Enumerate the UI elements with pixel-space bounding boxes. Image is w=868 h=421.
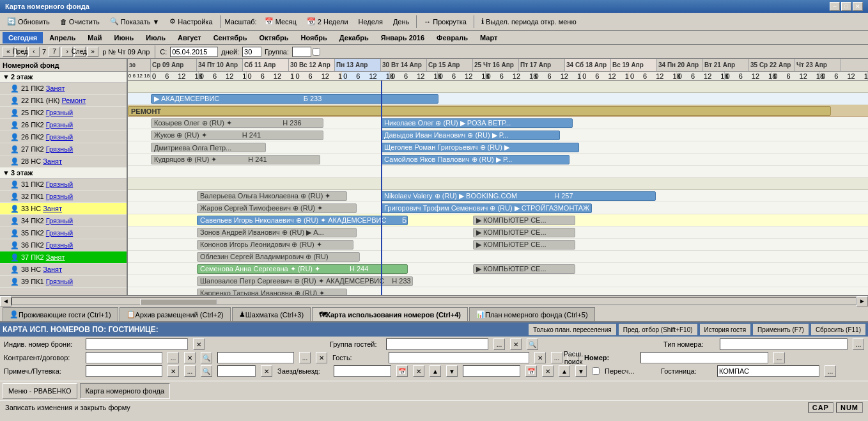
note-input[interactable] <box>86 365 162 377</box>
scroll-left-button[interactable]: ◄ <box>0 296 12 306</box>
booking-25-davydov[interactable]: Давыдов Иван Иванович ⊕ (RU) ▶ Р... <box>381 131 560 140</box>
day-scale-button[interactable]: День <box>389 15 414 29</box>
room-26a[interactable]: 👤 26 ПК2 Грязный <box>0 119 127 131</box>
guest-dots[interactable]: ... <box>551 352 562 363</box>
may-button[interactable]: Май <box>82 32 107 44</box>
april-button[interactable]: Апрель <box>43 32 81 44</box>
booking-repair[interactable]: РЕМОНТ <box>128 106 831 116</box>
scroll-right-button[interactable]: ► <box>856 296 868 306</box>
clear-button[interactable]: 🗑 Очистить <box>56 15 104 29</box>
checkin-dn[interactable]: ▼ <box>446 365 458 377</box>
tab-room-map[interactable]: 🗺 Карта использования номеров (Ctrl+4) <box>312 307 468 321</box>
tab-archive[interactable]: 📋 Архив размещений (Ctrl+2) <box>120 307 231 321</box>
apply-button[interactable]: Применить (F7) <box>753 324 809 335</box>
september-button[interactable]: Сентябрь <box>208 32 253 44</box>
june-button[interactable]: Июнь <box>109 32 140 44</box>
room-type-input[interactable] <box>720 338 848 350</box>
booking-26-schegolov[interactable]: Щеголев Роман Григорьевич ⊕ (RU) ▶ <box>381 143 579 152</box>
booking-27-kudryatscov[interactable]: Кудряцов ⊕ (RU) ✦ Н 241 <box>151 155 320 164</box>
hotel-dots[interactable]: ... <box>825 365 836 377</box>
reset-button[interactable]: Сбросить (F11) <box>811 324 865 335</box>
room-34[interactable]: 👤 34 ПК2 Грязный <box>0 215 127 227</box>
prev-sel-button[interactable]: Пред. отбор (Shift+F10) <box>619 324 697 335</box>
february-button[interactable]: Февраль <box>431 32 474 44</box>
room-26b[interactable]: 👤 26 ПК2 Грязный <box>0 131 127 143</box>
booking-33-savelyev[interactable]: Савельев Игорь Николаевич ⊕ (RU) ✦ АКАДЕ… <box>197 216 408 225</box>
booking-25-zhukov[interactable]: Жуков ⊕ (RU) ✦ Н 241 <box>151 131 323 140</box>
room-type-dots[interactable]: ... <box>853 338 864 350</box>
november-button[interactable]: Ноябрь <box>295 32 333 44</box>
booking-37-semenova[interactable]: Семенова Анна Сергеевна ✦ (RU) ✦ Н 244 <box>197 264 408 274</box>
group-guests-input[interactable] <box>386 338 488 350</box>
booking-39-karpenko[interactable]: Карпенко Татьяна Ивановна ⊕ (RU) ✦ <box>197 289 347 295</box>
room-27[interactable]: 👤 27 ПК2 Грязный <box>0 143 127 155</box>
booking-26-dmitrieva[interactable]: Дмитриева Олга Петр... <box>151 143 266 152</box>
booking-35-kononov[interactable]: Кононов Игорь Леонидович ⊕ (RU) ✦ <box>197 240 353 250</box>
room-31[interactable]: 👤 31 ПК2 Грязный <box>0 179 127 191</box>
contract-search[interactable]: 🔍 <box>201 352 212 363</box>
contract-dots[interactable]: ... <box>167 352 179 363</box>
booking-34-komputer[interactable]: ▶ КОМПЬЮТЕР СЕ... <box>473 228 575 237</box>
refresh-button[interactable]: 🔄 Обновить <box>3 15 54 29</box>
checkin-x[interactable]: ✕ <box>413 365 424 377</box>
scroll-thumb[interactable] <box>140 299 217 305</box>
room-22[interactable]: 👤 22 ПК1 (НК) Ремонт <box>0 95 127 107</box>
week-scale-button[interactable]: Неделя <box>354 15 387 29</box>
booking-35-komputer[interactable]: ▶ КОМПЬЮТЕР СЕ... <box>473 240 575 250</box>
checkin-up[interactable]: ▲ <box>430 365 441 377</box>
only-plan-button[interactable]: Только план. переселения <box>529 324 616 335</box>
extended-search-button[interactable]: Расш. поиск <box>568 352 579 363</box>
room-39[interactable]: 👤 39 ПК1 Грязный <box>0 276 127 288</box>
show-button[interactable]: 🔍 Показать ▼ <box>105 15 164 29</box>
days-input[interactable] <box>242 47 261 57</box>
booking-32-zharov[interactable]: Жаров Сергей Тимофеевич ⊕ (RU) ✦ <box>197 203 357 213</box>
today-button[interactable]: Сегодня <box>3 32 43 44</box>
gantt-area[interactable]: 30 Ср 09 Апр 34 Пт 10 Апр Сб 11 Апр 30 В… <box>128 59 868 295</box>
contract-x[interactable]: ✕ <box>184 352 196 363</box>
floor-2-header[interactable]: ▼ 2 этаж <box>0 72 127 83</box>
floor-3-header[interactable]: ▼ 3 этаж <box>0 168 127 179</box>
contract-input[interactable] <box>86 352 162 363</box>
room-21[interactable]: 👤 21 ПК2 Занят <box>0 83 127 95</box>
guest-history-button[interactable]: История гостя <box>700 324 751 335</box>
indiv-broni-clear[interactable]: ✕ <box>193 338 205 350</box>
note2-input[interactable] <box>217 365 256 377</box>
october-button[interactable]: Октябрь <box>253 32 294 44</box>
tab-chess[interactable]: ♟ Шахматка (Ctrl+3) <box>232 307 311 321</box>
contract2-input[interactable] <box>217 352 294 363</box>
map-button[interactable]: Карта номерного фонда <box>80 383 170 399</box>
group-checkbox[interactable] <box>313 48 320 56</box>
close-button[interactable]: ✕ <box>853 2 863 11</box>
group-input[interactable] <box>292 47 311 57</box>
note-dots[interactable]: ... <box>184 365 196 377</box>
minimize-button[interactable]: – <box>830 2 840 11</box>
month-scale-button[interactable]: 📅 Месяц <box>260 15 301 29</box>
guest-x[interactable]: ✕ <box>534 352 546 363</box>
nav-back7-button[interactable]: ‹ <box>28 47 40 57</box>
tab-room-plan[interactable]: 📊 План номерного фонда (Ctrl+5) <box>469 307 595 321</box>
checkin-cal[interactable]: 📅 <box>396 365 408 377</box>
hotel-input[interactable] <box>717 365 819 377</box>
booking-32-grigorovich[interactable]: Григорович Трофим Семенович ⊕ (RU) ▶ СТР… <box>381 203 592 213</box>
room-33[interactable]: 👤 33 НС Занят <box>0 203 127 215</box>
indiv-broni-input[interactable] <box>86 338 188 350</box>
horizontal-scrollbar[interactable]: ◄ ► <box>0 296 868 306</box>
december-button[interactable]: Декабрь <box>334 32 375 44</box>
period-button[interactable]: ℹ Выдел. периода откр. меню <box>477 15 581 29</box>
tab-residing-guests[interactable]: 👤 Проживающие гости (Ctrl+1) <box>3 307 118 321</box>
august-button[interactable]: Август <box>172 32 207 44</box>
maximize-button[interactable]: □ <box>841 2 851 11</box>
next-button[interactable]: След. <box>74 47 86 57</box>
booking-22-nikolaev[interactable]: Николаев Олег ⊕ (RU) ▶ РОЗА ВЕТР... <box>381 118 573 128</box>
room-37[interactable]: 👤 37 ПК2 Занят <box>0 251 127 264</box>
booking-31-valeryeva[interactable]: Валерьева Ольга Николаевна ⊕ (RU) ✦ <box>197 191 347 201</box>
room-28[interactable]: 👤 28 НС Занят <box>0 155 127 168</box>
nav-fwd-multi[interactable]: » <box>87 47 98 57</box>
group-guests-search[interactable]: 🔍 <box>527 338 538 350</box>
jan2016-button[interactable]: Январь 2016 <box>375 32 430 44</box>
contract2-x[interactable]: ✕ <box>316 352 327 363</box>
booking-33-komputer[interactable]: ▶ КОМПЬЮТЕР СЕ... <box>473 216 575 225</box>
checkout-cal[interactable]: 📅 <box>525 365 537 377</box>
from-date-input[interactable] <box>170 47 218 57</box>
july-button[interactable]: Июль <box>140 32 171 44</box>
